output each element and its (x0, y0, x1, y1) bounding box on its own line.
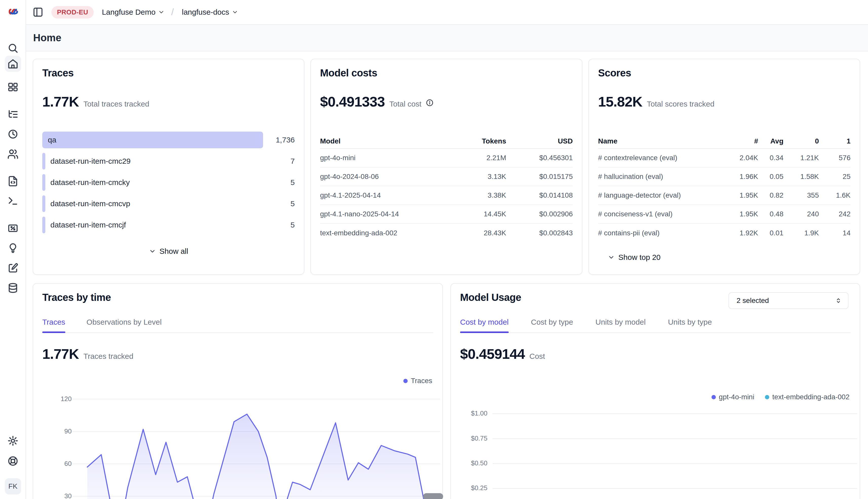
cell-usd: $0.456301 (506, 154, 573, 162)
legend-item-traces[interactable]: Traces (403, 377, 432, 385)
org-name: Langfuse Demo (102, 8, 155, 16)
sidebar-item-users[interactable] (0, 148, 26, 160)
cell-avg: 0.01 (758, 229, 783, 237)
cell-tokens: 3.13K (450, 173, 506, 181)
y-tick: $0.50 (463, 459, 487, 467)
table-row: # hallucination (eval) 1.96K 0.05 1.58K … (598, 168, 851, 186)
sidebar-item-sessions[interactable] (0, 129, 26, 140)
cell-tokens: 14.45K (450, 210, 506, 218)
bar-value: 5 (290, 221, 295, 229)
col-zero: 0 (783, 137, 819, 145)
cell-count: 1.92K (728, 229, 758, 237)
legend-item-gpt-4o-mini[interactable]: gpt-4o-mini (712, 393, 754, 401)
bar-label: dataset-run-item-cmcjf (50, 221, 126, 229)
traces-subtitle: Total traces tracked (83, 100, 149, 108)
sidebar-item-settings[interactable] (0, 435, 26, 446)
col-name: Name (598, 137, 728, 145)
show-all-button[interactable]: Show all (42, 247, 295, 256)
trace-bar-row[interactable]: dataset-run-item-cmc29 7 (42, 153, 295, 170)
table-row: gpt-4o-mini 2.21M $0.456301 (320, 149, 573, 168)
trace-bar-row[interactable]: dataset-run-item-cmcky 5 (42, 174, 295, 191)
legend-label: gpt-4o-mini (719, 393, 754, 401)
cost-total: $0.459144 (460, 346, 525, 362)
tab-cost-by-type[interactable]: Cost by type (531, 318, 573, 332)
cell-name: # language-detector (eval) (598, 191, 728, 199)
gridline (492, 439, 857, 439)
sidebar-toggle-button[interactable] (33, 7, 43, 17)
scores-table: Name # Avg 0 1 # contextrelevance (eval)… (598, 134, 851, 242)
sidebar-item-prompts[interactable] (0, 175, 26, 187)
table-row: # contains-pii (eval) 1.92K 0.01 1.9K 14 (598, 224, 851, 242)
tab-traces[interactable]: Traces (42, 318, 65, 332)
info-icon[interactable] (426, 99, 433, 107)
trace-bar-row[interactable]: dataset-run-item-cmcvp 5 (42, 195, 295, 212)
trace-bar-row[interactable]: dataset-run-item-cmcjf 5 (42, 217, 295, 233)
table-header: Name # Avg 0 1 (598, 134, 851, 149)
sidebar-item-home[interactable] (5, 56, 21, 72)
traces-time-tabs: Traces Observations by Level (42, 318, 433, 333)
chart-legend: gpt-4o-mini text-embedding-ada-002 (712, 393, 849, 401)
cell-tokens: 3.38K (450, 191, 506, 199)
project-name: langfuse-docs (182, 8, 229, 16)
cell-model: gpt-4.1-2025-04-14 (320, 191, 450, 199)
bar-label: dataset-run-item-cmcky (50, 178, 130, 187)
model-usage-card: Model Usage 2 selected Cost by model Cos… (450, 283, 860, 499)
gridline (492, 488, 857, 489)
org-switcher[interactable]: Langfuse Demo (102, 8, 165, 16)
home-icon (7, 58, 19, 69)
langfuse-logo-icon[interactable] (7, 5, 19, 18)
project-switcher[interactable]: langfuse-docs (182, 8, 238, 16)
breadcrumb: Langfuse Demo / langfuse-docs (94, 7, 238, 17)
sidebar-item-playground[interactable] (0, 195, 26, 206)
y-tick: 90 (47, 427, 72, 435)
gridline (492, 463, 857, 464)
card-title: Traces by time (42, 292, 433, 303)
table-row: gpt-4.1-nano-2025-04-14 14.45K $0.002906 (320, 205, 573, 224)
tab-units-by-model[interactable]: Units by model (596, 318, 646, 332)
model-select-dropdown[interactable]: 2 selected (728, 292, 848, 309)
tab-cost-by-model[interactable]: Cost by model (460, 318, 509, 332)
legend-item-text-embedding-ada-002[interactable]: text-embedding-ada-002 (765, 393, 849, 401)
cell-zero: 355 (783, 191, 819, 199)
trace-bar-row[interactable]: qa 1,736 (42, 132, 295, 148)
search-icon (7, 42, 19, 54)
horizontal-scrollbar-thumb[interactable] (423, 493, 443, 499)
sidebar-item-evaluation[interactable] (0, 223, 26, 234)
model-costs-table: Model Tokens USD gpt-4o-mini 2.21M $0.45… (320, 134, 573, 242)
sidebar-item-datasets[interactable] (0, 282, 26, 293)
tab-observations-by-level[interactable]: Observations by Level (87, 318, 162, 332)
sidebar-item-support[interactable] (0, 455, 26, 466)
col-count: # (728, 137, 758, 145)
model-costs-total: $0.491333 (320, 93, 385, 110)
sidebar-item-dashboards[interactable] (0, 82, 26, 93)
y-tick: 120 (47, 395, 72, 403)
cell-name: # contextrelevance (eval) (598, 154, 728, 162)
cell-usd: $0.014108 (506, 191, 573, 199)
traces-by-time-card: Traces by time Traces Observations by Le… (33, 283, 443, 499)
traces-tracked-subtitle: Traces tracked (83, 352, 133, 361)
traces-area-chart[interactable] (72, 395, 440, 499)
sidebar-item-annotation[interactable] (0, 263, 26, 274)
cost-subtitle: Cost (530, 352, 545, 361)
show-top-20-button[interactable]: Show top 20 (608, 253, 851, 261)
sidebar-item-search[interactable] (0, 42, 26, 54)
percent-box-icon (7, 223, 19, 234)
scores-subtitle: Total scores tracked (647, 100, 715, 108)
sidebar-item-tracing[interactable] (0, 109, 26, 120)
cell-zero: 1.21K (783, 154, 819, 162)
cell-count: 1.95K (728, 210, 758, 218)
cell-count: 1.96K (728, 173, 758, 181)
list-tree-icon (7, 109, 19, 120)
page-header: Home (26, 25, 868, 51)
sidebar-item-upgrade[interactable] (0, 242, 26, 254)
bar-value: 7 (290, 157, 295, 166)
tab-units-by-type[interactable]: Units by type (668, 318, 712, 332)
cell-avg: 0.34 (758, 154, 783, 162)
user-avatar[interactable]: FK (5, 478, 21, 495)
cell-one: 14 (819, 229, 851, 237)
card-title: Scores (598, 67, 851, 79)
gear-icon (7, 435, 19, 446)
area-fill (87, 414, 428, 499)
cell-tokens: 2.21M (450, 154, 506, 162)
model-usage-tabs: Cost by model Cost by type Units by mode… (460, 318, 851, 333)
